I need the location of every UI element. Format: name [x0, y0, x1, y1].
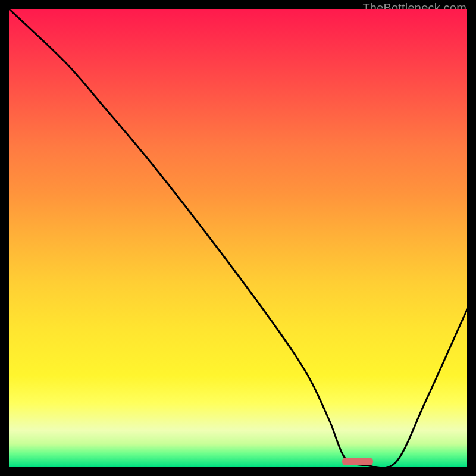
chart-area — [9, 9, 467, 467]
bottleneck-curve — [9, 9, 467, 467]
optimal-region-marker — [342, 458, 373, 465]
curve-path — [9, 9, 467, 467]
